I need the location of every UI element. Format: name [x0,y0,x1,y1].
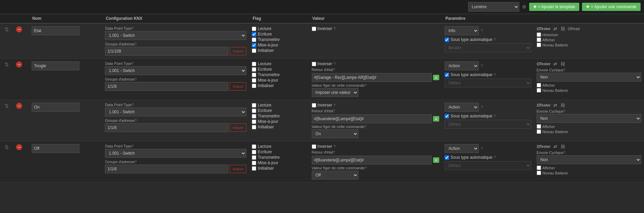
envoi-cyclique-select[interactable]: Non Oui [537,114,641,123]
param-type-info: ? [481,105,483,109]
retour-input[interactable] [312,114,432,123]
lumiere-dropdown[interactable]: Lumière Température Volet [468,2,519,12]
figer-info: ? [365,125,367,129]
drag-handle[interactable]: ⇅ [0,23,13,59]
retour-info: ? [333,109,335,113]
checkbox-row: Niveau Batterie [537,88,641,93]
sous-type-label: Sous type automatique [450,114,492,118]
flag-cell: Lecture Ecriture Transmettre Mise-à-jour… [249,23,309,59]
share-icon-btn[interactable]: ⇄ [553,61,558,67]
inverser-label: Inverser [318,26,332,31]
import-button[interactable]: Import [230,165,246,173]
link-icon-btn[interactable]: ⛓ [560,61,566,67]
drag-icon: ⇅ [4,103,9,109]
nom-input[interactable] [32,144,79,153]
retour-section: Retour d'état? ≡ [312,150,440,165]
valeur-figer-select[interactable]: Imposer une valeur [312,88,358,97]
groupe-input[interactable] [105,47,228,56]
groupe-input[interactable] [105,165,228,173]
checkbox-row: Afficher [537,38,641,42]
actions-section: ⊡Tester ⇄ ⛓ Envoie Cyclique? Non Oui Aff… [537,61,641,93]
sous-type-row: Sous type automatique ? [445,114,531,118]
inverser-row: Inverser ? [312,103,440,108]
envoi-cyclique-select[interactable]: Non Oui [537,73,641,82]
drag-handle[interactable]: ⇅ [0,59,13,100]
ajouter-commande-button[interactable]: ✚ + Ajouter une commande [582,3,641,11]
parametre-cell: Info Action ? Sous type automatique ? Bi… [442,23,534,59]
nom-input[interactable] [32,61,79,70]
envoi-cyclique-label: Envoie Cyclique? [537,151,641,155]
dpt-select[interactable]: 1.001 - Switch [105,108,246,116]
sous-type-row: Sous type automatique ? [445,155,531,160]
retour-input[interactable] [312,156,432,165]
sous-type-checkbox[interactable] [445,38,449,42]
envoi-cyclique-section: Envoie Cyclique? Non Oui [537,109,641,123]
share-icon-btn[interactable]: ⇄ [553,144,558,149]
remove-button[interactable]: − [16,103,22,109]
tester-row: ⊡Tester ⇄ ⛓ ⊡Read [537,26,641,31]
remove-button[interactable]: − [16,26,22,32]
actions-cell: ⊡Tester ⇄ ⛓ Envoie Cyclique? Non Oui Aff… [534,100,644,141]
groupe-input[interactable] [105,82,228,91]
valeur-figer-select[interactable]: Imposer une valeurOnOff [312,129,358,138]
checkbox-row: Niveau Batterie [537,171,641,175]
import-button[interactable]: Import [230,124,246,132]
nom-input[interactable] [32,26,79,35]
param-type-select[interactable]: Info Action [445,144,479,153]
remove-button[interactable]: − [16,61,22,68]
groupe-input[interactable] [105,123,228,132]
remove-col: − [13,23,29,59]
top-bar: Lumière Température Volet ⚙ ✚ + Ajouter … [0,0,644,14]
drag-handle[interactable]: ⇅ [0,141,13,183]
valeur-figer-select[interactable]: Imposer une valeurOnOff [312,171,358,180]
envoi-cyclique-select[interactable]: Non Oui [537,155,641,164]
valeur-figer-label: Valeur figer de cette commande? [312,83,440,87]
groupe-label: Groupe d'adresse? [105,77,246,81]
retour-label: Retour d'état? [312,68,440,72]
nom-input[interactable] [32,103,79,112]
retour-section: Retour d'état? ≡ [312,109,440,123]
retour-pill-btn[interactable]: ≡ [433,75,439,80]
link-icon-btn[interactable]: ⛓ [560,144,566,149]
envoi-cyclique-section: Envoie Cyclique? Non Oui [537,151,641,164]
share-icon-btn[interactable]: ⇄ [553,103,558,108]
param-type-select[interactable]: Info Action [445,61,479,70]
param-type-info: ? [481,64,483,68]
param-type-info: ? [481,29,483,33]
retour-pill-btn[interactable]: ≡ [433,157,439,163]
link-icon-btn[interactable]: ⛓ [560,103,566,108]
dpt-label: Data Point Type? [105,144,246,148]
groupe-label: Groupe d'adresse? [105,42,246,46]
checkbox-row: Ecriture [252,32,306,37]
inverser-row: Inverser ? [312,144,440,149]
valeur-cell: Inverser ? Retour d'état? ≡ Valeur figer… [309,141,442,183]
param-type-select[interactable]: Info Action [445,26,479,35]
sous-type-checkbox[interactable] [445,155,449,160]
col-minus [13,14,29,23]
dpt-select[interactable]: 1.001 - Switch [105,66,246,75]
retour-pill-btn[interactable]: ≡ [433,116,439,122]
link-icon-btn[interactable]: ⛓ [560,26,566,31]
checkbox-row: Initialiser [252,83,306,88]
sous-type-checkbox[interactable] [445,114,449,118]
dpt-select[interactable]: 1.001 - Switch [105,149,246,158]
inverser-label: Inverser [318,144,332,149]
param-type-select[interactable]: Info Action [445,103,479,112]
retour-row: ≡ [312,156,440,165]
table-row: ⇅ − Data Point Type? 1.001 - Switch Grou… [0,23,644,59]
plus-icon-2: ✚ [586,4,589,9]
import-button[interactable]: Import [230,47,246,55]
remove-button[interactable]: − [16,144,22,150]
retour-input[interactable] [312,73,432,82]
ajouter-template-button[interactable]: ✚ + Ajouter le template [529,3,580,11]
checkbox-label: Mise-à-jour [258,43,278,47]
sous-type-checkbox[interactable] [445,73,449,77]
dpt-select[interactable]: 1.001 - Switch [105,31,246,40]
drag-handle[interactable]: ⇅ [0,100,13,141]
envoi-cyclique-label: Envoie Cyclique? [537,68,641,72]
share-icon-btn[interactable]: ⇄ [553,26,558,31]
retour-info: ? [333,151,335,154]
dpt-label: Data Point Type? [105,61,246,66]
flag-cell: Lecture Ecriture Transmettre Mise-à-jour… [249,59,309,100]
import-button[interactable]: Import [230,82,246,90]
